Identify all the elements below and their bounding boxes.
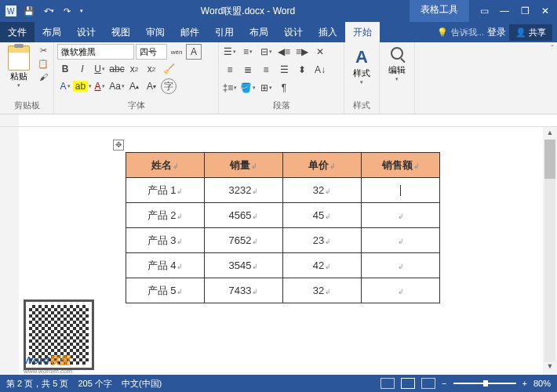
table-cell[interactable]: 产品 2↲ [126,203,205,228]
page-indicator[interactable]: 第 2 页，共 5 页 [6,378,68,390]
table-cell[interactable]: 产品 5↲ [126,278,205,303]
justify-icon[interactable]: ☰ [276,62,292,78]
bold-icon[interactable]: B [57,61,73,77]
word-count[interactable]: 205 个字 [78,378,111,390]
font-color-icon[interactable]: A▾ [92,78,107,94]
table-row[interactable]: 产品 4↲3545↲42↲↲ [126,253,440,278]
decrease-indent-icon[interactable]: ◀≡ [276,44,292,60]
scroll-down-icon[interactable]: ▼ [544,362,555,373]
table-row[interactable]: 产品 1↲3232↲32↲ [126,178,440,203]
tab-布局[interactable]: 布局 [242,22,276,42]
highlight-icon[interactable]: ab▾ [75,78,90,94]
document-canvas[interactable]: ✥ 姓名↲销量↲单价↲销售额↲ 产品 1↲3232↲32↲产品 2↲4565↲4… [19,127,543,375]
show-marks-icon[interactable]: ¶ [276,80,292,96]
minimize-icon[interactable]: — [497,5,511,16]
find-button[interactable]: 编辑 ▾ [383,44,411,82]
table-row[interactable]: 产品 2↲4565↲45↲↲ [126,203,440,228]
table-header[interactable]: 姓名↲ [126,153,205,178]
table-cell[interactable]: 7652↲ [205,228,283,253]
scroll-up-icon[interactable]: ▲ [544,129,555,140]
table-cell[interactable]: 42↲ [283,253,362,278]
table-cell[interactable]: 3232↲ [205,178,283,203]
table-cell[interactable]: 45↲ [283,203,362,228]
subscript-icon[interactable]: x2 [126,61,142,77]
char-border-icon[interactable]: A [186,44,202,60]
tell-me-input[interactable]: 告诉我... [451,27,484,38]
tab-设计[interactable]: 设计 [69,22,104,42]
styles-button[interactable]: A 样式 ▾ [348,44,376,85]
text-direction-icon[interactable]: ✕ [312,44,328,60]
numbering-icon[interactable]: ≡▾ [240,44,256,60]
align-left-icon[interactable]: ≡ [222,62,238,78]
tab-视图[interactable]: 视图 [104,22,138,42]
italic-icon[interactable]: I [75,61,90,77]
restore-icon[interactable]: ❐ [518,5,532,16]
distribute-icon[interactable]: ⬍ [294,62,310,78]
zoom-slider[interactable] [453,383,516,384]
tab-布局[interactable]: 布局 [35,22,69,42]
shading-icon[interactable]: 🪣▾ [240,80,256,96]
table-header[interactable]: 销量↲ [205,153,283,178]
align-right-icon[interactable]: ≡ [258,62,274,78]
zoom-out-icon[interactable]: − [442,379,446,388]
text-effects-icon[interactable]: A▾ [57,78,73,94]
zoom-in-icon[interactable]: + [522,379,527,388]
table-cell[interactable]: 32↲ [283,278,362,303]
vertical-scrollbar[interactable]: ▲ ▼ [543,127,557,375]
table-cell[interactable]: ↲ [362,228,440,253]
qat-more-icon[interactable]: ▾ [77,8,86,14]
table-cell[interactable]: ↲ [362,203,440,228]
collapse-ribbon-icon[interactable]: ˇ [548,42,557,114]
table-move-handle-icon[interactable]: ✥ [113,140,124,151]
undo-icon[interactable]: ↶▾ [41,6,57,16]
ribbon-options-icon[interactable]: ▭ [477,5,491,16]
tab-开始[interactable]: 开始 [345,22,380,42]
table-row[interactable]: 产品 5↲7433↲32↲↲ [126,278,440,303]
line-spacing-icon[interactable]: ‡≡▾ [222,80,238,96]
data-table[interactable]: 姓名↲销量↲单价↲销售额↲ 产品 1↲3232↲32↲产品 2↲4565↲45↲… [126,152,440,303]
strikethrough-icon[interactable]: abc [109,61,125,77]
format-painter-icon[interactable]: 🖌 [36,71,50,83]
tab-设计[interactable]: 设计 [276,22,311,42]
underline-icon[interactable]: U▾ [92,61,107,77]
table-cell[interactable]: 32↲ [283,178,362,203]
table-row[interactable]: 产品 3↲7652↲23↲↲ [126,228,440,253]
enclose-char-icon[interactable]: 字 [161,78,177,94]
save-icon[interactable]: 💾 [20,6,38,16]
char-shading-icon[interactable]: Aa▾ [109,78,125,94]
copy-icon[interactable]: 📋 [36,57,50,70]
superscript-icon[interactable]: x2 [144,61,159,77]
table-cell[interactable] [362,178,440,203]
tab-file[interactable]: 文件 [0,22,35,42]
table-cell[interactable]: 产品 4↲ [126,253,205,278]
table-cell[interactable]: 4565↲ [205,203,283,228]
borders-icon[interactable]: ⊞▾ [258,80,274,96]
increase-indent-icon[interactable]: ≡▶ [294,44,310,60]
table-cell[interactable]: ↲ [362,278,440,303]
table-cell[interactable]: ↲ [362,253,440,278]
clear-format-icon[interactable]: 🧹 [161,61,177,77]
align-center-icon[interactable]: ≣ [240,62,256,78]
zoom-level[interactable]: 80% [533,379,551,388]
scroll-thumb[interactable] [544,140,555,179]
table-header[interactable]: 单价↲ [283,153,362,178]
close-icon[interactable]: ✕ [538,5,552,16]
login-link[interactable]: 登录 [487,26,506,39]
bullets-icon[interactable]: ☰▾ [222,44,238,60]
cut-icon[interactable]: ✂ [36,44,50,56]
font-name-select[interactable]: 微软雅黑 [57,44,134,60]
tab-邮件[interactable]: 邮件 [173,22,207,42]
tab-插入[interactable]: 插入 [311,22,345,42]
web-layout-icon[interactable] [421,378,435,389]
paste-button[interactable]: 粘贴 ▾ [3,44,35,89]
language-indicator[interactable]: 中文(中国) [122,378,162,390]
table-cell[interactable]: 23↲ [283,228,362,253]
multilevel-icon[interactable]: ⊟▾ [258,44,274,60]
table-cell[interactable]: 3545↲ [205,253,283,278]
redo-icon[interactable]: ↷ [60,6,74,16]
vertical-ruler[interactable] [0,127,19,375]
table-cell[interactable]: 产品 1↲ [126,178,205,203]
table-cell[interactable]: 产品 3↲ [126,228,205,253]
table-header[interactable]: 销售额↲ [362,153,440,178]
ruler[interactable] [0,114,557,127]
